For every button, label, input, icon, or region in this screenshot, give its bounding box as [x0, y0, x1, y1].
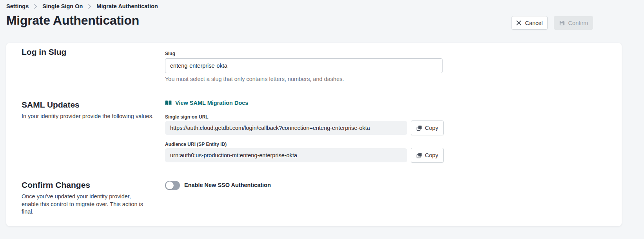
page-title: Migrate Authentication: [6, 13, 139, 28]
audience-uri-field: urn:auth0:us-production-mt:enteng-enterp…: [165, 148, 407, 162]
slug-input[interactable]: [165, 58, 443, 73]
breadcrumb: Settings Single Sign On Migrate Authenti…: [6, 2, 158, 10]
slug-helper-text: You must select a slug that only contain…: [165, 76, 344, 82]
docs-link-label: View SAML Migration Docs: [175, 100, 248, 106]
section-heading-saml-updates: SAML Updates: [22, 100, 80, 110]
chevron-right-icon: [88, 4, 91, 9]
section-heading-log-in-slug: Log in Slug: [22, 47, 66, 57]
breadcrumb-migrate-authentication: Migrate Authentication: [96, 3, 158, 9]
breadcrumb-single-sign-on[interactable]: Single Sign On: [42, 3, 83, 9]
copy-label: Copy: [425, 152, 438, 158]
cancel-button[interactable]: Cancel: [512, 16, 548, 30]
header-actions: Cancel Confirm: [512, 16, 593, 30]
copy-icon: [416, 125, 422, 131]
audience-uri-label: Audience URI (SP Entity ID): [165, 142, 227, 147]
migrate-authentication-page: Settings Single Sign On Migrate Authenti…: [0, 0, 644, 239]
chevron-right-icon: [34, 4, 37, 9]
view-saml-migration-docs-link[interactable]: View SAML Migration Docs: [165, 100, 248, 106]
save-icon: [559, 20, 565, 26]
confirm-button[interactable]: Confirm: [554, 16, 593, 30]
slug-label: Slug: [165, 51, 175, 56]
confirm-label: Confirm: [568, 20, 588, 26]
saml-updates-description: In your identity provider provide the fo…: [22, 113, 154, 120]
migration-settings-card: Log in Slug Slug You must select a slug …: [6, 43, 622, 226]
copy-sso-url-button[interactable]: Copy: [411, 120, 444, 135]
copy-label: Copy: [425, 125, 438, 131]
cancel-label: Cancel: [525, 20, 542, 26]
sso-url-field: https://auth.cloud.getdbt.com/login/call…: [165, 121, 407, 135]
enable-new-sso-toggle-label: Enable New SSO Authentication: [184, 182, 271, 188]
toggle-knob: [166, 181, 174, 189]
confirm-changes-description: Once you’ve updated your identity provid…: [22, 193, 147, 216]
book-icon: [165, 100, 172, 106]
close-icon: [516, 20, 521, 25]
enable-new-sso-toggle[interactable]: [165, 181, 180, 190]
copy-audience-uri-button[interactable]: Copy: [411, 148, 444, 163]
breadcrumb-settings[interactable]: Settings: [6, 3, 29, 9]
sso-url-label: Single sign-on URL: [165, 114, 209, 120]
section-heading-confirm-changes: Confirm Changes: [22, 180, 90, 190]
copy-icon: [416, 153, 422, 158]
